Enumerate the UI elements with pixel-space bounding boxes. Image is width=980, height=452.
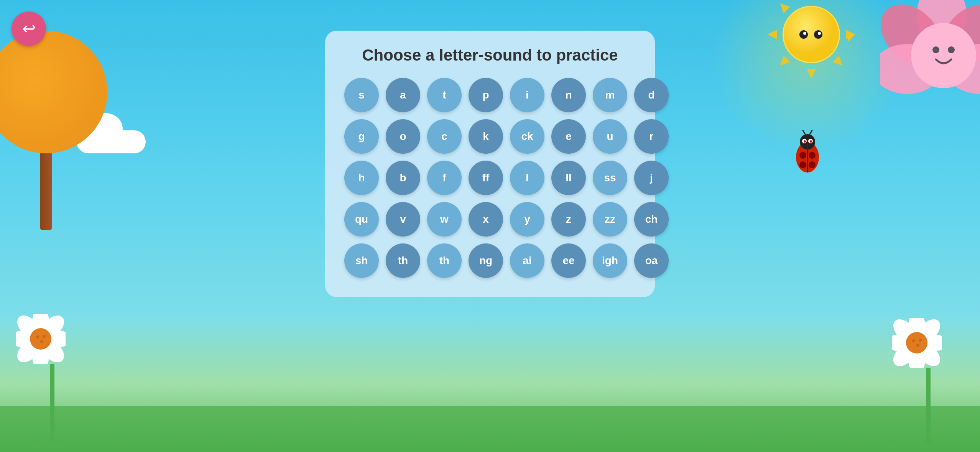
svg-marker-6 [767, 30, 777, 39]
letter-btn-ss[interactable]: ss [593, 161, 627, 195]
svg-point-21 [948, 46, 955, 53]
grass [0, 406, 980, 452]
letter-btn-w[interactable]: w [427, 202, 462, 237]
letter-btn-ck[interactable]: ck [510, 119, 544, 154]
ladybug-decoration [792, 130, 819, 169]
letter-btn-m[interactable]: m [593, 78, 627, 112]
letter-btn-sh[interactable]: sh [344, 243, 379, 278]
svg-point-57 [906, 332, 927, 353]
svg-point-9 [784, 7, 839, 62]
letter-btn-e[interactable]: e [551, 119, 586, 154]
svg-point-35 [804, 140, 806, 143]
svg-point-47 [40, 340, 43, 343]
svg-point-13 [818, 32, 821, 35]
svg-point-10 [799, 30, 808, 39]
letter-btn-ee[interactable]: ee [551, 243, 586, 278]
letter-btn-zz[interactable]: zz [593, 202, 627, 237]
back-button[interactable]: ↩ [12, 12, 46, 46]
letter-btn-ai[interactable]: ai [510, 243, 544, 278]
svg-point-36 [810, 140, 812, 143]
flower-right-decoration [914, 318, 942, 444]
letter-grid: s a t p i n m d g o c k ck e u r h b f f… [344, 78, 636, 278]
letter-btn-d[interactable]: d [634, 78, 669, 112]
svg-point-58 [912, 339, 915, 342]
letter-btn-k[interactable]: k [469, 119, 503, 154]
card-title: Choose a letter-sound to practice [344, 46, 636, 64]
letter-btn-th1[interactable]: th [386, 243, 420, 278]
back-arrow-icon: ↩ [22, 21, 36, 37]
svg-point-48 [43, 335, 46, 338]
svg-line-30 [809, 130, 813, 135]
letter-btn-ch[interactable]: ch [634, 202, 669, 237]
svg-marker-5 [777, 56, 790, 69]
svg-point-60 [919, 339, 922, 342]
letter-btn-ng[interactable]: ng [469, 243, 503, 278]
svg-point-26 [799, 161, 806, 168]
svg-point-24 [799, 152, 806, 159]
letter-btn-t[interactable]: t [427, 78, 462, 112]
svg-point-11 [803, 32, 806, 35]
letter-btn-v[interactable]: v [386, 202, 420, 237]
letter-selection-card: Choose a letter-sound to practice s a t … [325, 31, 655, 297]
svg-point-27 [809, 161, 816, 168]
svg-marker-4 [807, 69, 816, 79]
letter-btn-l[interactable]: l [510, 161, 544, 195]
tree-left-decoration [0, 31, 107, 230]
svg-marker-3 [832, 56, 846, 69]
letter-btn-i[interactable]: i [510, 78, 544, 112]
letter-btn-u[interactable]: u [593, 119, 627, 154]
letter-btn-j[interactable]: j [634, 161, 669, 195]
letter-btn-z[interactable]: z [551, 202, 586, 237]
letter-btn-p[interactable]: p [469, 78, 503, 112]
letter-btn-x[interactable]: x [469, 202, 503, 237]
letter-btn-qu[interactable]: qu [344, 202, 379, 237]
letter-btn-g[interactable]: g [344, 119, 379, 154]
letter-btn-oa[interactable]: oa [634, 243, 669, 278]
letter-btn-y[interactable]: y [510, 202, 544, 237]
svg-point-19 [911, 23, 976, 88]
letter-btn-b[interactable]: b [386, 161, 420, 195]
letter-btn-igh[interactable]: igh [593, 243, 627, 278]
letter-btn-o[interactable]: o [386, 119, 420, 154]
svg-point-59 [916, 344, 919, 347]
letter-btn-th2[interactable]: th [427, 243, 462, 278]
letter-btn-h[interactable]: h [344, 161, 379, 195]
sun-decoration [765, 0, 857, 81]
letter-btn-ff[interactable]: ff [469, 161, 503, 195]
svg-point-20 [932, 46, 939, 53]
svg-point-46 [36, 335, 39, 339]
letter-btn-c[interactable]: c [427, 119, 462, 154]
flower-left-decoration [38, 314, 66, 440]
svg-point-12 [814, 30, 822, 39]
svg-marker-7 [777, 0, 790, 13]
letter-btn-ll[interactable]: ll [551, 161, 586, 195]
letter-btn-n[interactable]: n [551, 78, 586, 112]
letter-btn-s[interactable]: s [344, 78, 379, 112]
letter-btn-f[interactable]: f [427, 161, 462, 195]
pink-flower-decoration [880, 0, 980, 130]
svg-point-25 [809, 152, 816, 159]
letter-btn-r[interactable]: r [634, 119, 669, 154]
svg-line-29 [802, 130, 806, 135]
svg-point-45 [30, 328, 51, 350]
letter-btn-a[interactable]: a [386, 78, 420, 112]
